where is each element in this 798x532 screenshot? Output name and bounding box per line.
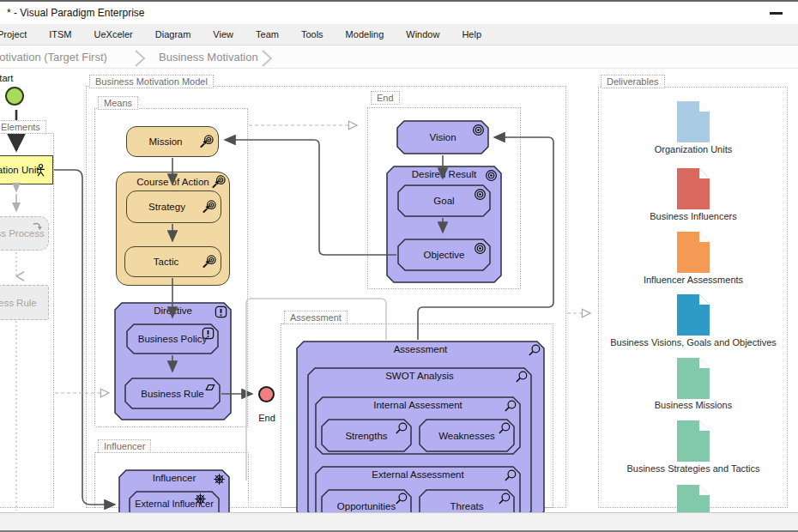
org-unit-node[interactable]: Organization Unit: [0, 155, 53, 184]
magnifier-icon: [527, 343, 541, 358]
left-business-rule-node[interactable]: Business Rule: [0, 285, 49, 320]
breadcrumb: Business Motivation (Target First) Busin…: [0, 45, 798, 69]
dart-icon: [202, 255, 216, 269]
magnifier-icon: [514, 370, 529, 384]
helm-wheel-icon: [193, 492, 208, 506]
influencer-group-label[interactable]: Influencer: [98, 439, 151, 453]
actor-icon: [33, 163, 48, 178]
menu-modeling[interactable]: Modeling: [335, 29, 396, 39]
assessment-group-label[interactable]: Assessment: [284, 311, 348, 324]
breadcrumb-item-current[interactable]: Business Motivation: [159, 51, 258, 63]
menu-itsm[interactable]: ITSM: [38, 29, 82, 39]
end-node-label: End: [246, 413, 287, 423]
deliverable-label: Business Missions: [599, 400, 788, 410]
menu-window[interactable]: Window: [395, 29, 450, 39]
end-node[interactable]: [258, 386, 275, 402]
deliverable-label: Influencer Assessments: [599, 275, 788, 285]
mission-node[interactable]: Mission: [126, 126, 219, 157]
diagram-canvas[interactable]: Elements Business Motivation Model Means…: [0, 0, 798, 512]
helm-wheel-icon: [212, 472, 227, 487]
bullseye-icon: [473, 241, 487, 256]
document-icon[interactable]: [677, 168, 710, 209]
deliverable-label: Business Influencers: [599, 211, 788, 221]
threats-node[interactable]: Threats: [419, 489, 515, 512]
magnifier-icon: [497, 492, 511, 506]
magnifier-icon: [394, 421, 408, 436]
exclamation-icon: [214, 305, 228, 319]
bullseye-icon: [484, 168, 499, 183]
chevron-right-icon: [260, 49, 274, 68]
bmm-group-label[interactable]: Business Motivation Model: [89, 75, 214, 88]
menu-diagram[interactable]: Diagram: [144, 29, 203, 39]
elements-group-label[interactable]: Elements: [0, 120, 46, 134]
goal-node[interactable]: Goal: [397, 184, 491, 217]
start-label: Start: [0, 73, 13, 83]
process-node[interactable]: Business Process: [0, 216, 49, 251]
document-icon[interactable]: [677, 101, 710, 142]
magnifier-icon: [394, 492, 408, 506]
tactic-node[interactable]: Tactic: [124, 246, 221, 277]
app-window: Elements Business Motivation Model Means…: [0, 0, 798, 532]
dart-icon: [202, 200, 216, 215]
deliverable-label: Business Visions, Goals and Objectives: [599, 337, 788, 348]
document-icon[interactable]: [677, 232, 710, 273]
bullseye-icon: [471, 123, 486, 137]
vision-node[interactable]: Vision: [396, 120, 489, 154]
dart-icon: [211, 175, 226, 190]
end-group-label[interactable]: End: [371, 91, 400, 105]
menu-view[interactable]: View: [202, 29, 245, 39]
bullseye-icon: [473, 187, 487, 202]
menu-help[interactable]: Help: [450, 29, 493, 39]
weaknesses-node[interactable]: Weaknesses: [419, 419, 515, 452]
deliverable-label: Organization Units: [599, 144, 788, 154]
external-influencer-node[interactable]: External Influencer: [129, 491, 220, 512]
opportunities-node[interactable]: Opportunities: [321, 489, 412, 512]
document-icon[interactable]: [677, 485, 710, 512]
deliverable-label: Business Strategies and Tactics: [599, 463, 788, 474]
means-group-label[interactable]: Means: [98, 96, 138, 110]
menu-uexceler[interactable]: UeXceler: [83, 29, 144, 39]
strategy-node[interactable]: Strategy: [126, 190, 221, 223]
exclamation-icon: [201, 326, 215, 341]
deliverables-group-label[interactable]: Deliverables: [601, 75, 665, 88]
titlebar: * - Visual Paradigm Enterprise: [0, 2, 798, 24]
breadcrumb-item-parent[interactable]: Business Motivation (Target First): [0, 51, 107, 63]
document-icon[interactable]: [677, 358, 710, 399]
window-title: * - Visual Paradigm Enterprise: [7, 7, 145, 19]
minimize-button[interactable]: [770, 12, 783, 15]
strengths-node[interactable]: Strengths: [321, 419, 412, 452]
dart-icon: [199, 135, 214, 149]
magnifier-icon: [503, 399, 517, 414]
chevron-right-icon: [133, 49, 147, 68]
statusbar: [0, 512, 798, 530]
document-icon[interactable]: [677, 420, 710, 462]
document-icon[interactable]: [677, 294, 710, 336]
menubar: Project ITSM UeXceler Diagram View Team …: [0, 24, 798, 45]
business-rule-node[interactable]: Business Rule: [124, 378, 221, 409]
start-node[interactable]: [5, 87, 24, 106]
menu-tools[interactable]: Tools: [290, 29, 335, 39]
menu-project[interactable]: Project: [0, 29, 38, 39]
parallelogram-icon: [203, 380, 217, 395]
business-policy-node[interactable]: Business Policy: [126, 323, 219, 354]
magnifier-icon: [497, 421, 511, 436]
menu-team[interactable]: Team: [245, 29, 290, 39]
subprocess-icon: [30, 220, 45, 234]
magnifier-icon: [503, 469, 517, 483]
elements-group[interactable]: [0, 133, 54, 508]
objective-node[interactable]: Objective: [397, 239, 491, 271]
